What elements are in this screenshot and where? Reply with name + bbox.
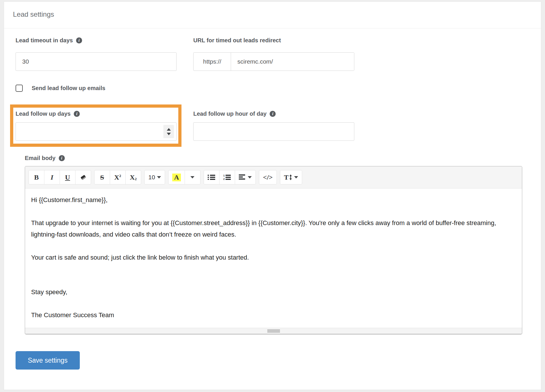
email-paragraph: Stay speedy, bbox=[31, 286, 516, 298]
strikethrough-icon: S bbox=[100, 174, 104, 181]
email-paragraph bbox=[31, 206, 516, 217]
bold-icon: B bbox=[34, 174, 39, 181]
italic-icon: I bbox=[51, 174, 53, 181]
underline-icon: U bbox=[65, 174, 70, 181]
subscript-icon: X bbox=[130, 174, 135, 181]
line-height-icon: T bbox=[284, 174, 289, 181]
italic-button[interactable]: I bbox=[44, 170, 60, 184]
subscript-button[interactable]: X2 bbox=[125, 170, 141, 184]
font-color-dropdown[interactable] bbox=[185, 170, 200, 184]
svg-text:1: 1 bbox=[223, 174, 225, 177]
info-icon[interactable]: i bbox=[76, 37, 82, 43]
follow-up-days-label: Lead follow up days bbox=[16, 110, 71, 118]
email-paragraph: Your cart is safe and sound; just click … bbox=[31, 252, 516, 263]
editor-resize-bar[interactable] bbox=[25, 328, 522, 334]
paragraph-align-dropdown[interactable] bbox=[235, 170, 256, 184]
info-icon[interactable]: i bbox=[59, 155, 65, 161]
send-follow-up-checkbox[interactable] bbox=[16, 85, 23, 92]
email-paragraph: Hi {{Customer.first_name}}, bbox=[31, 194, 516, 206]
info-icon[interactable]: i bbox=[270, 111, 276, 117]
send-follow-up-label[interactable]: Send lead follow up emails bbox=[32, 85, 105, 92]
svg-text:2: 2 bbox=[223, 178, 225, 180]
underline-button[interactable]: U bbox=[60, 170, 75, 184]
email-paragraph: That upgrade to your internet is waiting… bbox=[31, 217, 516, 240]
superscript-icon: X bbox=[114, 174, 119, 181]
chevron-down-icon bbox=[190, 176, 194, 178]
unordered-list-button[interactable] bbox=[204, 170, 219, 184]
email-paragraph: The Customer Success Team bbox=[31, 309, 516, 321]
vertical-arrows-icon bbox=[289, 174, 292, 181]
info-icon[interactable]: i bbox=[74, 111, 80, 117]
chevron-down-icon bbox=[157, 176, 161, 178]
email-paragraph bbox=[31, 240, 516, 252]
step-up-icon[interactable] bbox=[167, 128, 171, 131]
email-body-content[interactable]: Hi {{Customer.first_name}},That upgrade … bbox=[25, 189, 522, 328]
font-color-button[interactable]: A bbox=[168, 170, 185, 184]
ordered-list-icon: 1 2 bbox=[223, 174, 231, 181]
panel-title: Lead settings bbox=[4, 2, 541, 28]
align-left-icon bbox=[239, 174, 246, 181]
email-body-label: Email body bbox=[25, 154, 56, 162]
code-view-button[interactable]: </> bbox=[259, 170, 277, 184]
redirect-url-label: URL for timed out leads redirect bbox=[193, 37, 281, 44]
lead-timeout-input[interactable] bbox=[16, 52, 177, 71]
redirect-url-field: URL for timed out leads redirect https:/… bbox=[193, 37, 354, 71]
step-down-icon[interactable] bbox=[167, 133, 171, 135]
clear-formatting-button[interactable] bbox=[75, 170, 91, 184]
number-stepper[interactable] bbox=[163, 125, 174, 138]
email-paragraph bbox=[31, 263, 516, 275]
follow-up-hour-label: Lead follow up hour of day bbox=[193, 110, 266, 118]
follow-up-days-highlight-box: Lead follow up days i bbox=[10, 104, 181, 147]
follow-up-hour-input[interactable] bbox=[193, 122, 354, 141]
resize-grip-icon bbox=[267, 330, 280, 332]
lead-settings-panel: Lead settings Lead timeout in days i URL… bbox=[4, 1, 541, 390]
font-size-dropdown[interactable]: 10 bbox=[144, 170, 165, 184]
ordered-list-button[interactable]: 1 2 bbox=[219, 170, 235, 184]
strikethrough-button[interactable]: S bbox=[94, 170, 110, 184]
chevron-down-icon bbox=[294, 176, 298, 178]
send-follow-up-row: Send lead follow up emails bbox=[16, 85, 529, 92]
redirect-url-input[interactable] bbox=[231, 53, 354, 71]
editor-toolbar: B I U S X2 X2 bbox=[25, 166, 522, 189]
eraser-icon bbox=[80, 174, 87, 181]
lead-timeout-field: Lead timeout in days i bbox=[16, 37, 177, 71]
email-body-editor: B I U S X2 X2 bbox=[25, 166, 522, 334]
code-view-icon: </> bbox=[263, 174, 273, 181]
follow-up-hour-field: Lead follow up hour of day i bbox=[193, 110, 354, 141]
unordered-list-icon bbox=[208, 174, 215, 181]
email-paragraph bbox=[31, 275, 516, 286]
url-protocol-prefix: https:// bbox=[194, 53, 231, 71]
save-settings-button[interactable]: Save settings bbox=[16, 351, 80, 370]
follow-up-days-input[interactable] bbox=[16, 122, 177, 141]
superscript-button[interactable]: X2 bbox=[110, 170, 126, 184]
email-paragraph bbox=[31, 298, 516, 309]
chevron-down-icon bbox=[248, 176, 252, 178]
font-color-icon: A bbox=[172, 174, 181, 181]
lead-timeout-label: Lead timeout in days bbox=[16, 37, 73, 44]
bold-button[interactable]: B bbox=[29, 170, 44, 184]
line-height-dropdown[interactable]: T bbox=[280, 170, 302, 184]
